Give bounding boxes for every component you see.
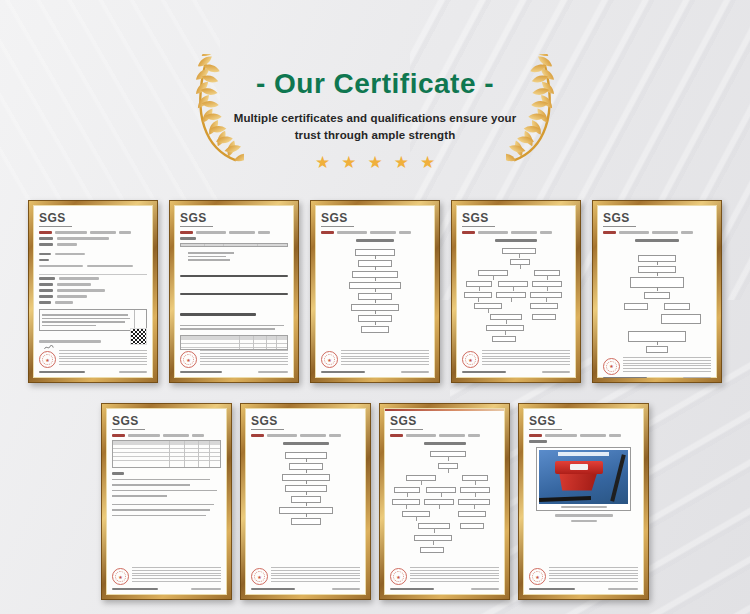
flowchart-branch bbox=[603, 303, 711, 310]
process-flowchart bbox=[321, 249, 429, 337]
sgs-logo: SGS bbox=[462, 212, 495, 227]
results-table bbox=[180, 335, 288, 350]
red-sample-flap bbox=[559, 474, 597, 491]
sgs-logo: SGS bbox=[39, 212, 72, 227]
red-seal bbox=[39, 351, 56, 368]
report-header-meta bbox=[390, 434, 499, 437]
certificate-1-page: SGS bbox=[33, 205, 153, 378]
certificate-2-test-results[interactable]: SGS bbox=[169, 200, 299, 383]
certificate-6-page: SGS bbox=[106, 408, 227, 595]
report-header-meta bbox=[251, 434, 360, 437]
certificate-1-test-report[interactable]: SGS bbox=[28, 200, 158, 383]
five-star-rating: ★★★★★ bbox=[0, 152, 750, 173]
sgs-logo: SGS bbox=[112, 415, 145, 430]
certificate-row-1: SGS bbox=[0, 200, 750, 383]
certificate-9-page: SGS bbox=[523, 408, 644, 595]
red-top-rule bbox=[385, 409, 504, 411]
star-icon: ★ bbox=[367, 153, 393, 172]
qr-code bbox=[131, 329, 146, 344]
report-header-meta bbox=[529, 434, 638, 437]
report-footer bbox=[251, 567, 360, 590]
report-footer bbox=[603, 357, 711, 379]
sample-photo bbox=[536, 447, 632, 512]
sgs-logo: SGS bbox=[251, 415, 284, 430]
star-icon: ★ bbox=[394, 153, 420, 172]
certificate-row-2: SGS SGS bbox=[0, 403, 750, 600]
mat-edge bbox=[539, 496, 591, 502]
certificate-6-result-table[interactable]: SGS bbox=[101, 403, 232, 600]
certificate-section-header: - Our Certificate - Multiple certificate… bbox=[0, 0, 750, 200]
report-header-meta bbox=[39, 231, 147, 234]
report-footer bbox=[180, 350, 288, 373]
red-seal bbox=[390, 568, 407, 585]
star-icon: ★ bbox=[315, 153, 341, 172]
report-footer bbox=[39, 350, 147, 373]
ruler bbox=[611, 454, 626, 502]
certificate-8-branched-flowchart[interactable]: SGS bbox=[379, 403, 510, 600]
certificate-9-sample-photo[interactable]: SGS bbox=[518, 403, 649, 600]
summary-table bbox=[180, 243, 288, 248]
report-header-meta bbox=[462, 231, 570, 234]
certificate-8-page: SGS bbox=[384, 408, 505, 595]
red-seal bbox=[112, 568, 129, 585]
results-table bbox=[112, 440, 221, 468]
star-icon: ★ bbox=[420, 153, 446, 172]
process-flowchart bbox=[251, 452, 360, 529]
certificate-3-flowchart[interactable]: SGS bbox=[310, 200, 440, 383]
report-footer bbox=[321, 350, 429, 373]
certificate-7-flowchart[interactable]: SGS bbox=[240, 403, 371, 600]
certificate-3-page: SGS bbox=[315, 205, 435, 378]
sgs-logo: SGS bbox=[390, 415, 423, 430]
certificate-4-branched-flowchart[interactable]: SGS bbox=[451, 200, 581, 383]
report-footer bbox=[112, 567, 221, 590]
red-seal bbox=[462, 351, 479, 368]
photo-reference-label bbox=[558, 452, 608, 456]
sgs-logo: SGS bbox=[321, 212, 354, 227]
certificate-5-flowchart-branch[interactable]: SGS bbox=[592, 200, 722, 383]
branched-process-flowchart bbox=[462, 248, 570, 351]
section-title: - Our Certificate - bbox=[0, 68, 750, 100]
report-footer bbox=[529, 567, 638, 590]
report-footer bbox=[462, 350, 570, 373]
red-seal bbox=[529, 568, 546, 585]
branched-process-flowchart bbox=[390, 451, 499, 568]
certificate-2-page: SGS bbox=[174, 205, 294, 378]
subtitle-line-1: Multiple certificates and qualifications… bbox=[234, 112, 517, 124]
red-seal bbox=[321, 351, 338, 368]
report-footer bbox=[390, 567, 499, 590]
report-header-meta bbox=[180, 231, 288, 234]
subtitle-line-2: trust through ample strength bbox=[295, 129, 456, 141]
sample-sticker bbox=[570, 464, 588, 470]
section-subtitle: Multiple certificates and qualifications… bbox=[0, 110, 750, 143]
red-seal bbox=[603, 358, 620, 375]
star-icon: ★ bbox=[341, 153, 367, 172]
report-header-meta bbox=[603, 231, 711, 234]
certificate-4-page: SGS bbox=[456, 205, 576, 378]
red-seal bbox=[180, 351, 197, 368]
sgs-logo: SGS bbox=[603, 212, 636, 227]
red-seal bbox=[251, 568, 268, 585]
report-header-meta bbox=[112, 434, 221, 437]
sgs-logo: SGS bbox=[529, 415, 562, 430]
sgs-logo: SGS bbox=[180, 212, 213, 227]
process-flowchart bbox=[603, 255, 711, 303]
certificate-5-page: SGS bbox=[597, 205, 717, 378]
certificate-7-page: SGS bbox=[245, 408, 366, 595]
report-header-meta bbox=[321, 231, 429, 234]
